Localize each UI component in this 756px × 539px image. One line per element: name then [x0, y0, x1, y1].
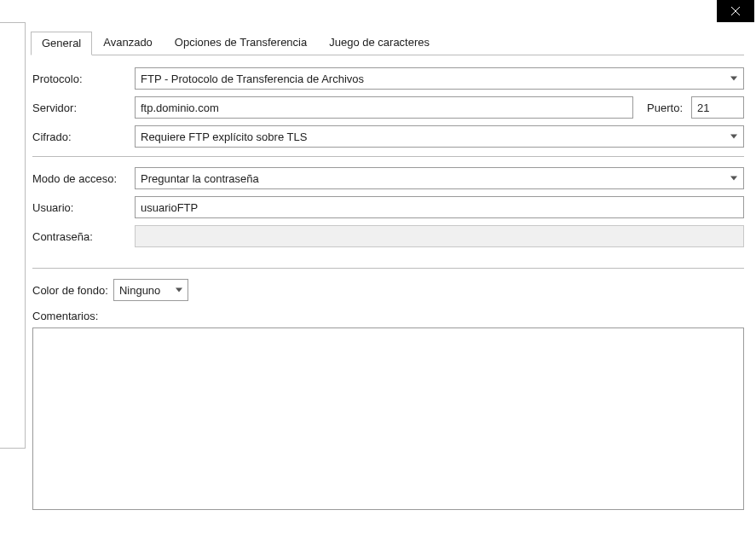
left-panel-sliver: [0, 22, 26, 449]
logontype-select-wrap: Preguntar la contraseña: [135, 167, 744, 189]
encryption-label: Cifrado:: [32, 130, 130, 143]
password-label: Contraseña:: [32, 230, 130, 243]
tab-advanced[interactable]: Avanzado: [92, 31, 164, 55]
logontype-label: Modo de acceso:: [32, 172, 130, 185]
bgcolor-label: Color de fondo:: [32, 284, 108, 297]
row-encryption: Cifrado: Requiere FTP explícito sobre TL…: [32, 125, 744, 148]
form: Protocolo: FTP - Protocolo de Transferen…: [31, 55, 744, 513]
row-password: Contraseña:: [32, 225, 744, 247]
user-input[interactable]: [135, 196, 744, 218]
separator-2: [32, 268, 744, 269]
host-label: Servidor:: [32, 101, 130, 114]
user-label: Usuario:: [32, 201, 130, 214]
tab-transfer[interactable]: Opciones de Transferencia: [164, 31, 318, 55]
port-label: Puerto:: [638, 101, 686, 114]
tab-general[interactable]: General: [31, 32, 92, 55]
close-button[interactable]: [717, 0, 754, 22]
protocol-select[interactable]: FTP - Protocolo de Transferencia de Arch…: [135, 67, 744, 90]
main: General Avanzado Opciones de Transferenc…: [0, 22, 756, 539]
encryption-select-wrap: Requiere FTP explícito sobre TLS: [135, 125, 744, 148]
protocol-select-wrap: FTP - Protocolo de Transferencia de Arch…: [135, 67, 744, 90]
row-bgcolor: Color de fondo: Ninguno: [32, 279, 744, 301]
logontype-select[interactable]: Preguntar la contraseña: [135, 167, 744, 189]
titlebar: [0, 0, 756, 22]
row-protocol: Protocolo: FTP - Protocolo de Transferen…: [32, 67, 744, 90]
comments-textarea[interactable]: [32, 327, 744, 510]
password-input: [135, 225, 744, 247]
protocol-label: Protocolo:: [32, 72, 130, 85]
tabs: General Avanzado Opciones de Transferenc…: [31, 31, 744, 55]
row-logontype: Modo de acceso: Preguntar la contraseña: [32, 167, 744, 189]
host-input[interactable]: [135, 96, 633, 119]
bgcolor-select-wrap: Ninguno: [113, 279, 188, 301]
close-icon: [730, 6, 741, 16]
row-user: Usuario:: [32, 196, 744, 218]
port-input[interactable]: [691, 96, 744, 119]
comments-label: Comentarios:: [32, 310, 744, 322]
right-panel: General Avanzado Opciones de Transferenc…: [26, 22, 756, 539]
separator-1: [32, 156, 744, 157]
tab-charset[interactable]: Juego de caracteres: [318, 31, 441, 55]
bgcolor-select[interactable]: Ninguno: [113, 279, 188, 301]
row-host: Servidor: Puerto:: [32, 96, 744, 119]
encryption-select[interactable]: Requiere FTP explícito sobre TLS: [135, 125, 744, 148]
